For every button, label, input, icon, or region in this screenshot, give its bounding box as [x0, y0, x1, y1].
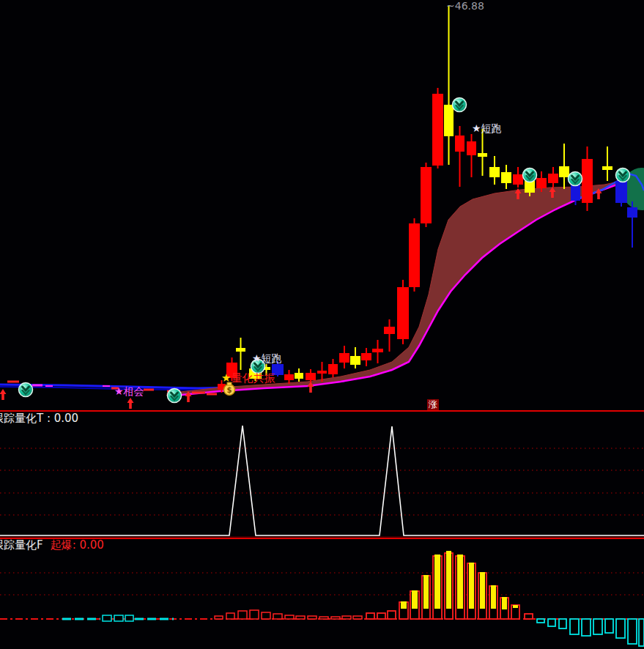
annotation-xianghui: ★相会 — [114, 386, 144, 397]
candle-body — [615, 181, 627, 203]
annotation-text: 短跑 — [262, 352, 282, 364]
histogram-bar-cyan-small — [125, 615, 133, 621]
indicator-t-label: 跟踪量化T : 0.00 — [0, 412, 78, 425]
histogram-bar-yellow — [401, 601, 407, 609]
histogram-bar-yellow — [502, 597, 507, 609]
histogram-bar-red-small — [226, 613, 234, 619]
histogram-bar-yellow — [423, 575, 429, 609]
histogram-bar-red — [525, 614, 533, 619]
candle-body — [284, 374, 294, 380]
histogram-bar-cyan — [570, 619, 579, 634]
histogram-bar-yellow — [412, 590, 418, 609]
candle-body — [372, 349, 383, 352]
histogram-bar-cyan — [593, 619, 602, 634]
histogram-bar-red-small — [262, 612, 270, 619]
rise-badge: 涨 — [427, 399, 439, 410]
candle-body — [559, 166, 569, 177]
annotation-duanpao-mid: ★短跑 — [252, 353, 282, 364]
histogram-bar-cyan — [582, 619, 591, 636]
candle-body — [397, 287, 409, 339]
histogram-bar-yellow — [491, 585, 496, 609]
candle-body — [328, 364, 338, 374]
indicator-f-label: 跟踪量化F起爆: 0.00 — [0, 539, 104, 552]
dollar-glyph: $ — [227, 386, 232, 394]
annotation-text: 短跑 — [481, 122, 502, 134]
up-arrow-icon — [127, 398, 134, 409]
histogram-bar-yellow — [480, 572, 485, 609]
candle-body — [513, 174, 523, 185]
candle-body — [489, 167, 500, 177]
candle-body — [432, 94, 443, 166]
histogram-bar-yellow — [446, 551, 451, 609]
up-arrow-icon — [0, 389, 7, 400]
candle-body — [317, 371, 327, 374]
candle-body — [467, 141, 476, 155]
chart-canvas[interactable]: $ — [0, 0, 644, 649]
high-price-value: 46.88 — [455, 0, 484, 12]
histogram-bar-red-small — [308, 616, 317, 619]
candle-body — [409, 223, 420, 287]
candle-body — [536, 178, 547, 188]
candle-body — [582, 159, 593, 203]
candle-body — [602, 166, 612, 170]
candle-body — [478, 153, 487, 157]
histogram-bar-yellow — [457, 555, 463, 609]
high-price-prefix: ~ — [446, 0, 455, 12]
histogram-bar-yellow — [513, 605, 518, 608]
histogram-bar-red-small — [215, 616, 223, 619]
indicator-f-name: 跟踪量化F — [0, 538, 43, 552]
histogram-bar-cyan — [639, 619, 644, 646]
candle-body — [236, 348, 245, 352]
histogram-bar-red-small — [285, 615, 294, 619]
candle-body — [548, 174, 558, 183]
candle-body — [295, 373, 303, 379]
histogram-bar-red-small — [250, 610, 259, 619]
candle-body — [501, 172, 511, 183]
annotation-duanpao-top: ★短跑 — [472, 123, 502, 134]
histogram-bar-cyan — [548, 619, 555, 626]
candle-body — [350, 356, 360, 365]
histogram-bar-red-small — [319, 617, 328, 619]
candle-body — [421, 167, 432, 223]
star-icon: ★ — [114, 385, 124, 397]
histogram-bar-red — [377, 613, 385, 619]
high-price-label: ~46.88 — [446, 1, 484, 12]
candle-body — [627, 207, 637, 218]
indicator-f-value: 起爆: 0.00 — [51, 538, 104, 552]
histogram-bar-red — [388, 611, 396, 619]
histogram-bar-red-small — [331, 617, 340, 619]
star-icon: ★ — [472, 122, 481, 134]
annotation-text: 量化共振 — [231, 371, 275, 385]
histogram-bar-cyan — [628, 619, 637, 644]
annotation-gongzhen: ★量化共振 — [221, 372, 275, 385]
histogram-bar-cyan — [559, 619, 566, 628]
candle-body — [306, 373, 316, 380]
star-icon: ★ — [252, 352, 262, 364]
histogram-bar-red-small — [273, 614, 282, 619]
histogram-bar-yellow — [434, 555, 440, 609]
histogram-bar-cyan — [605, 619, 613, 633]
histogram-bar-cyan — [616, 619, 625, 638]
histogram-bar-cyan-small — [114, 615, 123, 621]
candle-body — [444, 105, 454, 136]
histogram-bar-red-small — [342, 616, 351, 619]
stock-chart-screen: $ ~46.88 ★短跑 ★短跑 ★量化共振 ★相会 涨 跟踪量化T : 0.0… — [0, 0, 644, 649]
candle-body — [384, 327, 395, 334]
histogram-bar-red-small — [296, 616, 305, 619]
star-icon: ★ — [221, 371, 231, 385]
histogram-bar-red — [366, 613, 374, 619]
candle-body — [455, 136, 465, 152]
histogram-bar-red-small — [353, 616, 362, 619]
candle-body — [361, 353, 371, 360]
candle-body — [525, 181, 535, 193]
indicator-t-line — [0, 426, 644, 535]
histogram-bar-red-small — [238, 611, 247, 619]
histogram-bar-cyan — [537, 619, 544, 623]
candle-body — [339, 353, 349, 363]
annotation-text: 相会 — [124, 385, 144, 397]
histogram-bar-cyan-small — [103, 615, 111, 621]
histogram-bar-yellow — [469, 563, 474, 609]
